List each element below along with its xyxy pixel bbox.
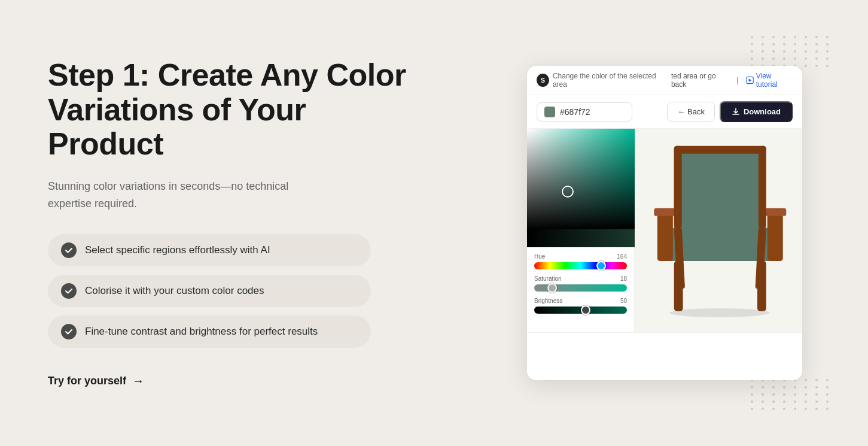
- page-title: Step 1: Create Any Color Variations of Y…: [48, 58, 407, 161]
- saturation-label: Saturation: [534, 275, 562, 282]
- svg-rect-2: [668, 227, 771, 261]
- topbar-hint-suffix: ted area or go back: [671, 72, 730, 89]
- feature-item-3: Fine-tune contrast and brightness for pe…: [48, 315, 371, 348]
- right-panel: S Change the color of the selected area …: [527, 66, 820, 380]
- ui-main: Hue 164 Saturation 18: [527, 129, 802, 332]
- feature-item-2: Colorise it with your custom color codes: [48, 275, 371, 307]
- hue-value: 164: [617, 253, 627, 260]
- step-circle: S: [537, 74, 549, 87]
- page-subtitle: Stunning color variations in seconds—no …: [48, 178, 335, 213]
- svg-rect-4: [768, 214, 783, 261]
- svg-rect-1: [674, 147, 766, 230]
- dots-decoration-top-right: [751, 36, 832, 67]
- hue-slider-row: Hue 164: [534, 253, 627, 269]
- feature-item-1: Select specific regions effortlessly wit…: [48, 234, 371, 266]
- try-label: Try for yourself: [48, 375, 126, 387]
- svg-rect-5: [654, 208, 676, 216]
- color-gradient-canvas[interactable]: [527, 129, 635, 229]
- brightness-value: 50: [620, 298, 627, 304]
- svg-rect-12: [759, 146, 766, 228]
- brightness-handle[interactable]: [581, 305, 590, 315]
- features-list: Select specific regions effortlessly wit…: [48, 234, 407, 348]
- svg-point-14: [669, 308, 769, 317]
- ui-topbar-right: ted area or go back | View tutorial: [671, 72, 793, 89]
- brightness-slider-row: Brightness 50: [534, 298, 627, 314]
- hue-handle[interactable]: [596, 261, 606, 271]
- page-wrapper: Step 1: Create Any Color Variations of Y…: [0, 0, 868, 446]
- brightness-slider-track[interactable]: [534, 307, 627, 314]
- ui-topbar-left: S Change the color of the selected area: [537, 72, 666, 89]
- svg-rect-11: [674, 146, 682, 228]
- chair-illustration: [635, 129, 802, 332]
- download-label: Download: [744, 107, 781, 116]
- brightness-label: Brightness: [534, 298, 562, 304]
- action-buttons: ← Back Download: [667, 101, 793, 122]
- dots-decoration-bottom-right: [751, 379, 832, 410]
- color-picker-panel[interactable]: Hue 164 Saturation 18: [527, 129, 635, 332]
- saturation-value: 18: [620, 275, 627, 282]
- download-button[interactable]: Download: [720, 101, 793, 122]
- view-tutorial-link[interactable]: View tutorial: [746, 72, 793, 89]
- picker-handle[interactable]: [562, 186, 574, 198]
- feature-text-1: Select specific regions effortlessly wit…: [85, 244, 270, 256]
- product-image-panel: [635, 129, 802, 332]
- try-arrow-icon: →: [132, 374, 144, 388]
- saturation-handle[interactable]: [547, 283, 557, 293]
- svg-rect-3: [657, 214, 673, 261]
- saturation-slider-row: Saturation 18: [534, 275, 627, 292]
- topbar-separator: |: [736, 76, 738, 84]
- color-input-bar: #687f72 ← Back Download: [527, 95, 802, 129]
- hue-label: Hue: [534, 253, 545, 260]
- svg-rect-6: [764, 208, 786, 216]
- check-icon-2: [61, 283, 77, 299]
- try-for-yourself-link[interactable]: Try for yourself →: [48, 374, 407, 388]
- brightness-slider-header: Brightness 50: [534, 298, 627, 304]
- saturation-slider-header: Saturation 18: [534, 275, 627, 282]
- topbar-hint: Change the color of the selected area: [553, 72, 666, 89]
- gradient-bottom: [527, 229, 635, 247]
- back-button[interactable]: ← Back: [667, 102, 715, 122]
- sliders-area: Hue 164 Saturation 18: [527, 247, 634, 332]
- ui-card: S Change the color of the selected area …: [527, 66, 802, 380]
- check-icon-3: [61, 324, 77, 339]
- color-preview-input[interactable]: #687f72: [537, 102, 632, 122]
- hue-slider-header: Hue 164: [534, 253, 627, 260]
- check-icon-1: [61, 242, 77, 258]
- color-hex-value: #687f72: [560, 107, 590, 117]
- feature-text-2: Colorise it with your custom color codes: [85, 285, 264, 297]
- feature-text-3: Fine-tune contrast and brightness for pe…: [85, 326, 318, 338]
- color-swatch: [544, 107, 555, 117]
- svg-rect-13: [674, 146, 766, 154]
- ui-topbar: S Change the color of the selected area …: [527, 66, 802, 95]
- ui-bottom-area: [527, 332, 802, 380]
- saturation-slider-track[interactable]: [534, 284, 627, 292]
- left-content: Step 1: Create Any Color Variations of Y…: [48, 58, 407, 387]
- hue-slider-track[interactable]: [534, 262, 627, 269]
